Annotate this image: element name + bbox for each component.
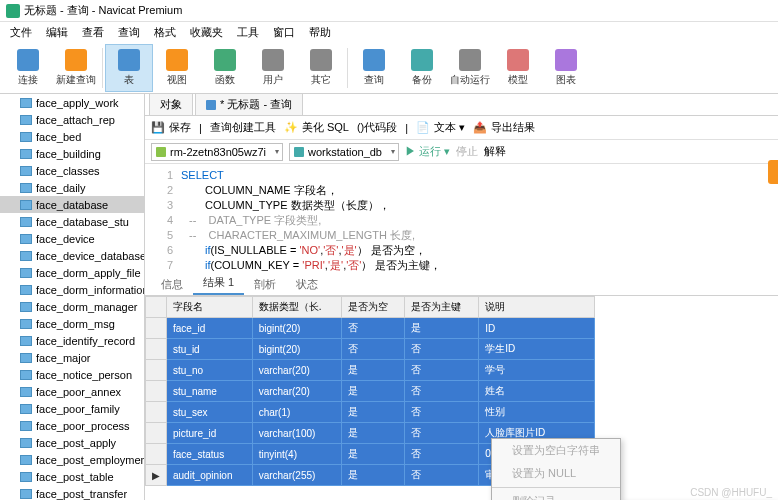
tab-status[interactable]: 状态 [286,274,328,295]
table-row[interactable]: stu_namevarchar(20)是否姓名 [146,381,595,402]
tab-profile[interactable]: 剖析 [244,274,286,295]
tree-item[interactable]: face_classes [0,162,144,179]
column-header[interactable]: 字段名 [167,297,253,318]
tab-info[interactable]: 信息 [151,274,193,295]
tree-item[interactable]: face_post_table [0,468,144,485]
table-icon [20,489,32,499]
toolbar-视图[interactable]: 视图 [153,44,201,92]
table-icon [20,353,32,363]
tree-item[interactable]: face_dorm_information [0,281,144,298]
menu-file[interactable]: 文件 [4,23,38,42]
tree-item[interactable]: face_bed [0,128,144,145]
tree-item[interactable]: face_notice_person [0,366,144,383]
save-button[interactable]: 💾 保存 [151,120,191,135]
stop-button[interactable]: 停止 [456,144,478,159]
query-builder-button[interactable]: 查询创建工具 [210,120,276,135]
menu-query[interactable]: 查询 [112,23,146,42]
tree-item[interactable]: face_daily [0,179,144,196]
menu-fav[interactable]: 收藏夹 [184,23,229,42]
connection-bar: rm-2zetn83n05wz7i workstation_db ▶ 运行 ▾ … [145,140,778,164]
toolbar-新建查询[interactable]: 新建查询 [52,44,100,92]
table-icon [20,200,32,210]
table-icon [20,132,32,142]
tree-item[interactable]: face_database [0,196,144,213]
title-bar: 无标题 - 查询 - Navicat Premium [0,0,778,22]
tree-item[interactable]: face_identify_record [0,332,144,349]
tree-item[interactable]: face_post_employmen [0,451,144,468]
tree-item[interactable]: face_poor_family [0,400,144,417]
result-grid[interactable]: 字段名数据类型（长.是否为空是否为主键说明face_idbigint(20)否是… [145,296,778,500]
sql-editor[interactable]: 1SELECT 2COLUMN_NAME 字段名， 3COLUMN_TYPE 数… [145,164,778,274]
table-icon [20,217,32,227]
tree-item[interactable]: face_dorm_manager [0,298,144,315]
column-header[interactable]: 是否为主键 [404,297,478,318]
tree-item[interactable]: face_device_database [0,247,144,264]
table-icon [20,251,32,261]
table-icon [20,183,32,193]
tree-item[interactable]: face_apply_work [0,94,144,111]
toolbar-icon [459,49,481,71]
toolbar-模型[interactable]: 模型 [494,44,542,92]
tree-item[interactable]: face_poor_process [0,417,144,434]
result-tabs: 信息 结果 1 剖析 状态 [145,274,778,296]
tree-item[interactable]: face_post_apply [0,434,144,451]
tab-query[interactable]: * 无标题 - 查询 [195,94,303,115]
explain-button[interactable]: 解释 [484,144,506,159]
toolbar-其它[interactable]: 其它 [297,44,345,92]
column-header[interactable]: 说明 [479,297,595,318]
beautify-button[interactable]: ✨美化 SQL [284,120,349,135]
toolbar-icon [310,49,332,71]
tree-item[interactable]: face_poor_annex [0,383,144,400]
menu-window[interactable]: 窗口 [267,23,301,42]
ctx-set-blank[interactable]: 设置为空白字符串 [492,439,620,462]
side-badge[interactable] [768,160,778,184]
export-button[interactable]: 📤导出结果 [473,120,535,135]
toolbar-图表[interactable]: 图表 [542,44,590,92]
toolbar-用户[interactable]: 用户 [249,44,297,92]
tree-item[interactable]: face_dorm_msg [0,315,144,332]
table-icon [20,149,32,159]
code-snippet-button[interactable]: ()代码段 [357,120,397,135]
watermark: CSDN @HHUFU_ [690,487,772,498]
table-icon [20,319,32,329]
tree-item[interactable]: face_database_stu [0,213,144,230]
menu-bar: 文件 编辑 查看 查询 格式 收藏夹 工具 窗口 帮助 [0,22,778,42]
menu-view[interactable]: 查看 [76,23,110,42]
column-header[interactable]: 是否为空 [342,297,405,318]
tab-result1[interactable]: 结果 1 [193,272,244,295]
menu-format[interactable]: 格式 [148,23,182,42]
server-combo[interactable]: rm-2zetn83n05wz7i [151,143,283,161]
ctx-set-null[interactable]: 设置为 NULL [492,462,620,485]
text-button[interactable]: 📄文本 ▾ [416,120,465,135]
run-button[interactable]: ▶ 运行 ▾ [405,144,450,159]
menu-tools[interactable]: 工具 [231,23,265,42]
table-icon [20,472,32,482]
toolbar-备份[interactable]: 备份 [398,44,446,92]
app-icon [6,4,20,18]
tree-item[interactable]: face_building [0,145,144,162]
toolbar-icon [555,49,577,71]
database-combo[interactable]: workstation_db [289,143,399,161]
menu-edit[interactable]: 编辑 [40,23,74,42]
table-row[interactable]: stu_idbigint(20)否否学生ID [146,339,595,360]
toolbar-自动运行[interactable]: 自动运行 [446,44,494,92]
ctx-delete[interactable]: 删除记录 [492,490,620,500]
tree-item[interactable]: face_device [0,230,144,247]
table-row[interactable]: stu_novarchar(20)是否学号 [146,360,595,381]
context-menu: 设置为空白字符串 设置为 NULL 删除记录 复制 复制为 粘贴 显示 [491,438,621,500]
tab-objects[interactable]: 对象 [149,94,193,115]
column-header[interactable]: 数据类型（长. [252,297,342,318]
toolbar-查询[interactable]: 查询 [350,44,398,92]
toolbar-函数[interactable]: 函数 [201,44,249,92]
menu-help[interactable]: 帮助 [303,23,337,42]
tree-item[interactable]: face_dorm_apply_file [0,264,144,281]
toolbar-表[interactable]: 表 [105,44,153,92]
table-tree[interactable]: face_apply_workface_attach_repface_bedfa… [0,94,145,500]
table-row[interactable]: stu_sexchar(1)是否性别 [146,402,595,423]
tree-item[interactable]: face_attach_rep [0,111,144,128]
toolbar-连接[interactable]: 连接 [4,44,52,92]
query-icon [206,100,216,110]
tree-item[interactable]: face_major [0,349,144,366]
table-row[interactable]: face_idbigint(20)否是ID [146,318,595,339]
tree-item[interactable]: face_post_transfer [0,485,144,500]
